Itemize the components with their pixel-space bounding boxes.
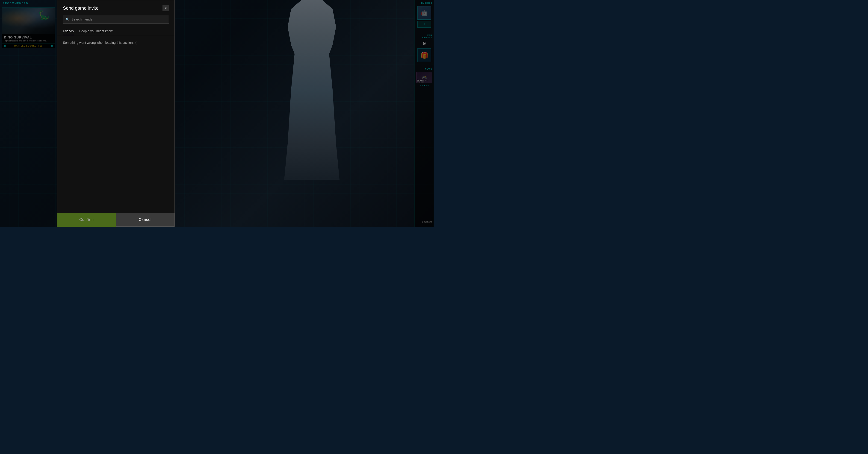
error-message: Something went wrong when loading this s… (63, 41, 169, 44)
modal-footer: Confirm Cancel (57, 213, 175, 227)
cancel-button[interactable]: Cancel (116, 213, 175, 227)
modal-dialog: Send game invite × 🔍 Friends People you … (57, 0, 175, 227)
search-input[interactable] (63, 15, 169, 24)
search-box: 🔍 (63, 15, 169, 24)
modal-header: Send game invite × (57, 0, 175, 15)
confirm-button[interactable]: Confirm (57, 213, 116, 227)
search-icon: 🔍 (66, 18, 70, 21)
modal-title: Send game invite (63, 5, 99, 11)
modal-close-button[interactable]: × (162, 5, 169, 11)
tab-friends[interactable]: Friends (63, 27, 74, 35)
modal-overlay: Send game invite × 🔍 Friends People you … (0, 0, 434, 227)
tab-people-you-might-know[interactable]: People you might know (79, 27, 113, 35)
modal-content: Something went wrong when loading this s… (57, 35, 175, 213)
modal-tabs: Friends People you might know (57, 27, 175, 35)
